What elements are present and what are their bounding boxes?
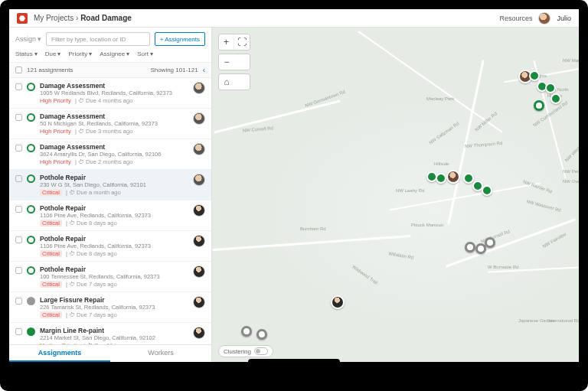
status-icon (27, 144, 35, 152)
due-text: | ⏱ Due 4 months ago (74, 97, 133, 104)
assignment-item[interactable]: Large Fissure Repair226 Tamarisk St, Red… (9, 292, 211, 323)
item-title: Pothole Repair (40, 235, 188, 243)
assignee-avatar-icon[interactable] (193, 204, 205, 217)
assignment-pin-icon[interactable] (465, 242, 475, 253)
assignment-item[interactable]: Damage Assessment50 N Michigan St, Redla… (9, 109, 211, 139)
item-title: Margin Line Re-paint (40, 327, 188, 334)
assignment-pin-icon[interactable] (256, 329, 267, 340)
assignment-count: 121 assignments (27, 67, 73, 73)
assign-dropdown[interactable]: Assign ▾ (15, 35, 41, 43)
assignment-item[interactable]: Margin Line Re-paint2214 Market St, San … (9, 323, 211, 344)
status-icon (27, 236, 35, 244)
monitor-stand (248, 359, 340, 391)
monitor-frame: ⬣ My Projects › Road Damage Resources Ju… (0, 0, 588, 391)
status-icon (27, 113, 35, 122)
priority-badge: High Priority (40, 128, 71, 135)
filter-priority[interactable]: Priority ▾ (68, 51, 92, 57)
item-address: 3624 Amaryllis Dr, San Diego, California… (40, 151, 188, 158)
assignments-panel: Assign ▾ Filter by type, location or ID … (9, 28, 212, 362)
assignment-pin-icon[interactable] (529, 70, 540, 81)
item-checkbox[interactable] (15, 175, 22, 182)
assignee-avatar-icon[interactable] (193, 296, 205, 308)
item-checkbox[interactable] (15, 328, 22, 335)
item-checkbox[interactable] (15, 267, 22, 274)
due-text: | ⏱ Due 8 days ago (64, 220, 117, 226)
assignment-pin-icon[interactable] (485, 237, 495, 248)
assignment-list[interactable]: Damage Assessment1005 W Redlands Blvd, R… (9, 78, 211, 344)
assignment-item[interactable]: Damage Assessment3624 Amaryllis Dr, San … (9, 139, 211, 170)
item-checkbox[interactable] (15, 83, 22, 90)
due-text: | ⏱ Due 3 months ago (74, 128, 133, 135)
item-title: Damage Assessment (40, 82, 188, 90)
priority-badge: Critical (40, 311, 62, 318)
item-checkbox[interactable] (15, 298, 22, 305)
worker-pin-icon[interactable] (331, 295, 345, 309)
due-text: | ⏱ Due 8 days ago (64, 250, 117, 257)
item-title: Damage Assessment (40, 112, 188, 120)
screen: ⬣ My Projects › Road Damage Resources Ju… (9, 9, 579, 362)
assignment-item[interactable]: Pothole Repair1106 Pine Ave, Redlands, C… (9, 200, 211, 231)
resources-link[interactable]: Resources (499, 15, 532, 22)
user-avatar-icon[interactable] (538, 12, 550, 24)
select-all-checkbox[interactable] (15, 67, 22, 73)
zoom-out-button[interactable]: − (219, 54, 234, 70)
assignee-avatar-icon[interactable] (193, 174, 205, 186)
list-summary: 121 assignments Showing 101-121 ‹ (9, 62, 211, 78)
showing-range: Showing 101-121 (150, 67, 198, 73)
assignment-pin-icon[interactable] (545, 83, 556, 93)
breadcrumb[interactable]: My Projects › Road Damage (34, 14, 132, 22)
worker-pin-icon[interactable] (446, 170, 460, 184)
map-view[interactable]: NW Germantown RdNW Cornell RdBurnham RdW… (212, 28, 579, 362)
item-address: 226 Tamarisk St, Redlands, California, 9… (40, 304, 188, 311)
filter-due[interactable]: Due ▾ (45, 51, 61, 57)
assignee-avatar-icon[interactable] (193, 112, 205, 125)
prev-page-icon[interactable]: ‹ (198, 66, 205, 74)
due-text: | ⏱ Due a month ago (64, 189, 121, 196)
tab-assignments[interactable]: Assignments (9, 345, 110, 362)
filter-assignee[interactable]: Assignee ▾ (100, 51, 129, 57)
search-input[interactable]: Filter by type, location or ID (46, 32, 150, 46)
item-checkbox[interactable] (15, 114, 22, 121)
top-bar: ⬣ My Projects › Road Damage Resources Ju… (9, 9, 579, 28)
assignment-item[interactable]: Pothole Repair230 W G St, San Diego, Cal… (9, 170, 211, 200)
assignee-avatar-icon[interactable] (193, 266, 205, 278)
assignment-item[interactable]: Pothole Repair100 Tennessee St, Redlands… (9, 262, 211, 292)
assignment-pin-icon[interactable] (463, 173, 474, 184)
item-address: 2214 Market St, San Diego, California, 9… (40, 334, 188, 341)
assignee-avatar-icon[interactable] (193, 327, 205, 339)
filter-sort[interactable]: Sort ▾ (137, 51, 153, 57)
breadcrumb-root[interactable]: My Projects (34, 14, 74, 22)
assignee-avatar-icon[interactable] (193, 143, 205, 155)
item-address: 1005 W Redlands Blvd, Redlands, Californ… (40, 90, 188, 96)
clustering-toggle[interactable]: Clustering (218, 345, 273, 357)
item-title: Pothole Repair (40, 266, 188, 273)
item-checkbox[interactable] (15, 206, 22, 213)
assignment-pin-icon[interactable] (482, 185, 492, 196)
assignment-item[interactable]: Damage Assessment1005 W Redlands Blvd, R… (9, 78, 211, 109)
status-icon (27, 297, 35, 305)
zoom-in-button[interactable]: + (219, 34, 234, 50)
item-checkbox[interactable] (15, 236, 22, 243)
assignment-pin-icon[interactable] (550, 93, 561, 104)
assignment-item[interactable]: Pothole Repair1106 Pine Ave, Redlands, C… (9, 231, 211, 262)
filter-bar: Status ▾Due ▾Priority ▾Assignee ▾Sort ▾ (9, 51, 211, 62)
item-title: Damage Assessment (40, 143, 188, 151)
map-label: NW Marshall (563, 58, 579, 63)
status-icon (27, 205, 35, 213)
home-button[interactable]: ⌂ (219, 74, 234, 90)
assignee-avatar-icon[interactable] (193, 82, 205, 94)
assignment-pin-icon[interactable] (534, 100, 544, 111)
add-assignments-button[interactable]: + Assignments (155, 32, 205, 46)
app-logo-icon[interactable]: ⬣ (17, 13, 28, 24)
tab-workers[interactable]: Workers (110, 345, 211, 362)
item-checkbox[interactable] (15, 145, 22, 152)
user-name[interactable]: Julio (557, 15, 571, 22)
breadcrumb-current: Road Damage (80, 14, 132, 22)
assignment-pin-icon[interactable] (241, 326, 252, 337)
assignee-avatar-icon[interactable] (193, 235, 205, 247)
filter-status[interactable]: Status ▾ (15, 51, 38, 57)
chevron-down-icon: ▾ (57, 51, 60, 57)
expand-button[interactable]: ⛶ (234, 34, 250, 50)
priority-badge: Critical (40, 220, 62, 226)
assignment-pin-icon[interactable] (436, 173, 446, 184)
